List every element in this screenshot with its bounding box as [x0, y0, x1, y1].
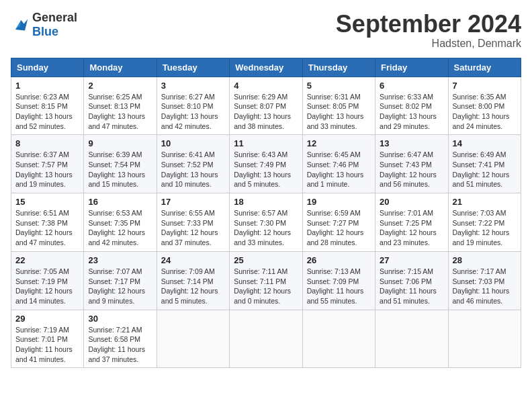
logo: General Blue — [11, 11, 77, 39]
day-info-line: Daylight: 13 hours — [234, 111, 298, 122]
day-info-line: and 37 minutes. — [161, 238, 225, 248]
location-subtitle: Hadsten, Denmark — [336, 38, 521, 50]
day-info-line: Daylight: 11 hours — [15, 345, 79, 355]
calendar-cell: 29Sunrise: 7:19 AMSunset: 7:01 PMDayligh… — [11, 310, 84, 368]
calendar-cell: 6Sunrise: 6:33 AMSunset: 8:02 PMDaylight… — [375, 77, 448, 135]
day-info-line: Sunset: 8:00 PM — [453, 101, 517, 111]
calendar-cell: 12Sunrise: 6:45 AMSunset: 7:46 PMDayligh… — [302, 135, 375, 193]
logo-icon — [11, 15, 30, 34]
day-info-line: Daylight: 12 hours — [234, 286, 298, 296]
day-info-line: Daylight: 12 hours — [88, 286, 152, 296]
day-info-line: Daylight: 12 hours — [161, 228, 225, 238]
day-info-line: Sunrise: 6:47 AM — [380, 150, 443, 160]
day-info-line: Sunset: 7:49 PM — [234, 160, 298, 170]
header-sunday: Sunday — [11, 58, 84, 77]
day-number: 4 — [234, 81, 298, 91]
day-number: 10 — [161, 138, 225, 148]
day-info-line: and 15 minutes. — [88, 179, 152, 189]
day-info-line: Sunset: 7:52 PM — [161, 160, 225, 170]
day-number: 6 — [380, 81, 443, 91]
day-info-line: Sunrise: 7:17 AM — [453, 267, 517, 277]
day-info-line: Daylight: 12 hours — [15, 286, 79, 296]
calendar-cell: 30Sunrise: 7:21 AMSunset: 6:58 PMDayligh… — [84, 310, 157, 368]
day-info-line: and 23 minutes. — [380, 238, 443, 248]
day-info-line: Daylight: 11 hours — [88, 345, 152, 355]
day-info-line: Daylight: 13 hours — [380, 111, 443, 122]
day-number: 25 — [234, 255, 298, 265]
day-info-line: Sunrise: 6:33 AM — [380, 92, 443, 102]
day-number: 2 — [88, 81, 152, 91]
calendar-week-4: 22Sunrise: 7:05 AMSunset: 7:19 PMDayligh… — [11, 251, 521, 310]
day-number: 13 — [380, 138, 443, 148]
day-info-line: and 38 minutes. — [234, 122, 298, 132]
day-info-line: and 5 minutes. — [161, 296, 225, 306]
day-info-line: Sunrise: 6:55 AM — [161, 208, 225, 218]
calendar-cell: 16Sunrise: 6:53 AMSunset: 7:35 PMDayligh… — [84, 193, 157, 252]
day-info-line: Sunrise: 6:49 AM — [453, 150, 517, 160]
day-number: 18 — [234, 197, 298, 207]
day-info-line: Sunrise: 7:05 AM — [15, 267, 79, 277]
day-info-line: Sunset: 7:54 PM — [88, 160, 152, 170]
day-info-line: and 42 minutes. — [88, 238, 152, 248]
day-info-line: Sunrise: 7:03 AM — [453, 208, 517, 218]
calendar-cell: 5Sunrise: 6:31 AMSunset: 8:05 PMDaylight… — [302, 77, 375, 135]
day-info-line: and 29 minutes. — [380, 122, 443, 132]
day-info-line: Sunrise: 6:29 AM — [234, 92, 298, 102]
calendar-week-3: 15Sunrise: 6:51 AMSunset: 7:38 PMDayligh… — [11, 193, 521, 252]
calendar-week-5: 29Sunrise: 7:19 AMSunset: 7:01 PMDayligh… — [11, 310, 521, 368]
day-info-line: and 28 minutes. — [307, 238, 371, 248]
calendar-cell: 9Sunrise: 6:39 AMSunset: 7:54 PMDaylight… — [84, 135, 157, 193]
day-info-line: Sunset: 7:03 PM — [453, 277, 517, 287]
day-info-line: Daylight: 13 hours — [307, 170, 371, 180]
day-info-line: Daylight: 12 hours — [380, 228, 443, 238]
day-info-line: Sunrise: 7:19 AM — [15, 325, 79, 335]
calendar-cell: 1Sunrise: 6:23 AMSunset: 8:15 PMDaylight… — [11, 77, 84, 135]
calendar-cell: 7Sunrise: 6:35 AMSunset: 8:00 PMDaylight… — [448, 77, 521, 135]
day-info-line: Sunrise: 7:21 AM — [88, 325, 152, 335]
calendar-table: Sunday Monday Tuesday Wednesday Thursday… — [11, 58, 521, 369]
day-info-line: Daylight: 12 hours — [453, 228, 517, 238]
day-number: 9 — [88, 138, 152, 148]
day-info-line: and 56 minutes. — [380, 179, 443, 189]
day-info-line: Sunset: 7:30 PM — [234, 218, 298, 228]
day-number: 27 — [380, 255, 443, 265]
day-number: 29 — [15, 314, 79, 324]
day-info-line: Sunrise: 7:11 AM — [234, 267, 298, 277]
day-number: 22 — [15, 255, 79, 265]
calendar-cell — [448, 310, 521, 368]
header-saturday: Saturday — [448, 58, 521, 77]
calendar-cell — [375, 310, 448, 368]
day-info-line: Sunset: 7:19 PM — [15, 277, 79, 287]
day-info-line: Daylight: 12 hours — [453, 170, 517, 180]
day-info-line: Sunset: 7:22 PM — [453, 218, 517, 228]
day-number: 19 — [307, 197, 371, 207]
calendar-cell — [157, 310, 229, 368]
day-info-line: and 1 minute. — [307, 179, 371, 189]
day-number: 30 — [88, 314, 152, 324]
day-info-line: and 42 minutes. — [161, 122, 225, 132]
day-info-line: Sunrise: 6:39 AM — [88, 150, 152, 160]
day-info-line: Sunrise: 6:35 AM — [453, 92, 517, 102]
calendar-cell: 19Sunrise: 6:59 AMSunset: 7:27 PMDayligh… — [302, 193, 375, 252]
day-info-line: Sunset: 7:57 PM — [15, 160, 79, 170]
day-info-line: Sunrise: 6:59 AM — [307, 208, 371, 218]
day-number: 21 — [453, 197, 517, 207]
day-info-line: Sunset: 7:38 PM — [15, 218, 79, 228]
day-number: 23 — [88, 255, 152, 265]
day-info-line: and 0 minutes. — [234, 296, 298, 306]
day-info-line: Daylight: 12 hours — [15, 228, 79, 238]
day-info-line: Sunset: 7:33 PM — [161, 218, 225, 228]
calendar-cell: 27Sunrise: 7:15 AMSunset: 7:06 PMDayligh… — [375, 251, 448, 310]
day-info-line: and 19 minutes. — [453, 238, 517, 248]
day-info-line: Daylight: 12 hours — [307, 228, 371, 238]
day-info-line: Sunrise: 6:57 AM — [234, 208, 298, 218]
svg-marker-0 — [15, 19, 28, 31]
day-number: 11 — [234, 138, 298, 148]
day-info-line: Daylight: 13 hours — [453, 111, 517, 122]
day-number: 5 — [307, 81, 371, 91]
day-info-line: Daylight: 13 hours — [88, 170, 152, 180]
calendar-cell: 8Sunrise: 6:37 AMSunset: 7:57 PMDaylight… — [11, 135, 84, 193]
calendar-cell: 2Sunrise: 6:25 AMSunset: 8:13 PMDaylight… — [84, 77, 157, 135]
day-info-line: Daylight: 11 hours — [307, 286, 371, 296]
calendar-cell: 26Sunrise: 7:13 AMSunset: 7:09 PMDayligh… — [302, 251, 375, 310]
